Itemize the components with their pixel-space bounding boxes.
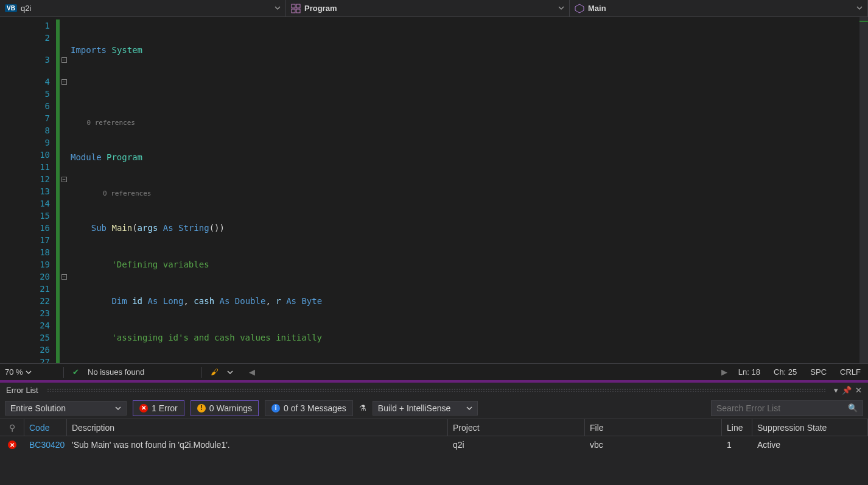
line-ending[interactable]: CRLF [838,367,863,377]
vb-badge-icon: VB [5,4,17,12]
error-icon: ✕ [139,404,148,412]
cursor-line: Ln: 18 [736,367,763,377]
cursor-column: Ch: 25 [771,367,799,377]
chevron-down-icon [558,4,564,13]
error-file: vbc [585,437,722,452]
check-icon: ✔ [72,367,79,377]
class-icon [291,4,301,13]
svg-rect-0 [292,4,295,8]
messages-count-label: 0 of 3 Messages [284,403,346,413]
chevron-down-icon [26,369,32,375]
indent-mode[interactable]: SPC [808,367,829,377]
type-label: Program [304,4,337,13]
chevron-down-icon[interactable]: ▾ [834,386,838,395]
scope-dropdown[interactable]: Entire Solution [5,401,127,416]
member-dropdown[interactable]: Main [570,0,868,16]
svg-rect-2 [292,9,295,13]
build-filter-dropdown[interactable]: Build + IntelliSense [373,401,478,416]
col-description[interactable]: Description [67,419,448,436]
nav-right-icon[interactable]: ▶ [721,367,727,377]
error-list-titlebar: Error List ▾ 📌 ✕ [0,383,868,397]
codelens-references[interactable]: 0 references [103,189,151,197]
codelens-references[interactable]: 0 references [87,119,135,127]
table-header: ⚲ Code Description Project File Line Sup… [0,419,868,436]
error-project: q2i [448,437,585,452]
col-file[interactable]: File [585,419,722,436]
col-suppression[interactable]: Suppression State [752,419,868,436]
errors-filter-button[interactable]: ✕ 1 Error [133,400,184,416]
zoom-dropdown[interactable]: 70 % [5,367,55,377]
fold-gutter[interactable]: − − − − [60,17,68,363]
fold-toggle-icon[interactable]: − [61,57,67,63]
error-table: ⚲ Code Description Project File Line Sup… [0,419,868,485]
col-line[interactable]: Line [722,419,752,436]
member-label: Main [588,4,606,13]
svg-rect-1 [296,4,300,8]
type-dropdown[interactable]: Program [286,0,570,16]
health-label: No issues found [88,367,144,377]
line-number-gutter: 1 2 3 4 5 6 7 8 9 10 11 12 13 14 15 16 1… [0,17,56,363]
error-line: 1 [722,437,752,452]
project-dropdown[interactable]: VB q2i [0,0,286,16]
col-code[interactable]: Code [24,419,67,436]
filter-icon[interactable]: ⚗ [359,403,366,412]
project-label: q2i [21,4,31,13]
navigation-bar: VB q2i Program Main [0,0,868,17]
code-content[interactable]: Imports System 0 references Module Progr… [68,17,859,363]
code-editor[interactable]: 1 2 3 4 5 6 7 8 9 10 11 12 13 14 15 16 1… [0,17,868,363]
error-search-input[interactable] [716,403,844,413]
fold-toggle-icon[interactable]: − [61,274,67,280]
chevron-down-icon [115,405,121,411]
editor-status-bar: 70 % ✔ No issues found 🖌 ◀ ▶ Ln: 18 Ch: … [0,363,868,380]
zoom-label: 70 % [5,367,23,377]
pin-icon[interactable]: 📌 [842,386,852,395]
col-icon[interactable]: ⚲ [0,419,24,436]
error-description: 'Sub Main' was not found in 'q2i.Module1… [67,437,448,452]
chevron-down-icon [466,405,472,411]
chevron-down-icon [856,4,863,13]
chevron-down-icon [227,369,233,375]
warnings-filter-button[interactable]: ! 0 Warnings [191,400,259,416]
table-row[interactable]: ✕ BC30420 'Sub Main' was not found in 'q… [0,436,868,453]
error-list-toolbar: Entire Solution ✕ 1 Error ! 0 Warnings i… [0,397,868,419]
vertical-scrollbar[interactable] [859,17,868,363]
error-code: BC30420 [24,437,67,452]
error-list-panel: Error List ▾ 📌 ✕ Entire Solution ✕ 1 Err… [0,383,868,485]
brush-icon[interactable]: 🖌 [211,367,219,377]
chevron-down-icon [275,4,281,13]
messages-filter-button[interactable]: i 0 of 3 Messages [265,400,353,416]
method-icon [575,4,584,13]
error-icon: ✕ [8,441,16,449]
error-suppression: Active [752,437,868,452]
info-icon: i [271,404,280,412]
scope-label: Entire Solution [10,403,66,413]
build-filter-label: Build + IntelliSense [378,403,450,413]
error-list-title: Error List [6,386,38,395]
fold-toggle-icon[interactable]: − [61,79,67,85]
svg-rect-3 [296,9,300,13]
error-search[interactable]: 🔍 [711,400,863,416]
warnings-count-label: 0 Warnings [209,403,252,413]
nav-left-icon[interactable]: ◀ [249,367,255,377]
warning-icon: ! [197,404,206,412]
col-project[interactable]: Project [448,419,585,436]
fold-toggle-icon[interactable]: − [61,177,67,182]
close-icon[interactable]: ✕ [855,386,862,395]
filter-icon: ⚲ [9,423,15,433]
errors-count-label: 1 Error [152,403,178,413]
search-icon: 🔍 [848,403,858,412]
